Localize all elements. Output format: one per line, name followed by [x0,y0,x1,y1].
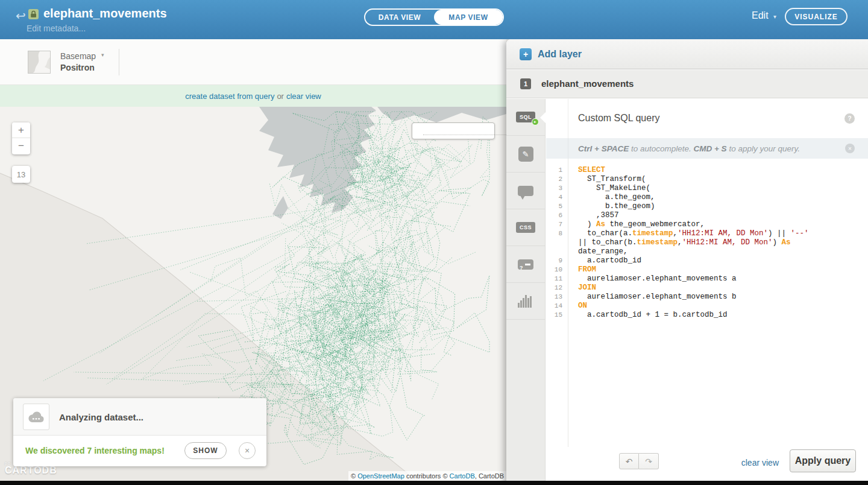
privacy-lock-icon[interactable] [28,9,39,19]
sql-code-editor[interactable]: 1SELECT2 ST_Transform(3 ST_MakeLine(4 a.… [546,159,868,447]
code-line: 15 a.cartodb_id + 1 = b.cartodb_id [546,311,868,320]
cartodb-logo-text: CARTODB [5,465,57,476]
bottom-timeline-strip [0,481,868,485]
code-line: 6 ,3857 [546,211,868,220]
sql-title-row: Custom SQL query ? [546,99,868,138]
paintbrush-icon: ✎ [518,147,533,162]
applied-query-bar: create dataset from query or clear view [0,85,506,107]
tab-histogram[interactable] [506,283,545,320]
clear-view-link[interactable]: clear view [741,458,779,468]
zoom-out-button[interactable]: − [12,138,30,154]
editor-hint-bar: Ctrl + SPACE to autocomplete. CMD + S to… [546,138,868,159]
filter-dash [525,264,530,265]
tab-infowindow[interactable] [506,173,545,209]
active-tab-notch [540,112,546,123]
code-line: 11 aureliamoser.elephant_movements a [546,274,868,284]
tab-css[interactable]: CSS [506,209,545,246]
code-line: 3 ST_MakeLine( [546,184,868,193]
layer-name: elephant_movements [541,78,634,89]
visualize-button[interactable]: VISUALIZE [785,8,848,25]
tab-sql[interactable]: SQL▸ [506,99,545,136]
map-search-box [412,122,495,139]
map-zoom-control: + − [12,122,30,154]
analysis-notification: Analyzing dataset... We discovered 7 int… [13,398,266,466]
lock-glyph [30,10,37,18]
cloud-icon [28,411,45,423]
notification-body: We discovered 7 interesting maps! SHOW × [13,436,266,466]
code-line: 9 a.cartodb_id [546,256,868,265]
sql-editor-panel: Custom SQL query ? Ctrl + SPACE to autoc… [546,99,868,481]
notification-header: Analyzing dataset... [13,398,266,436]
view-toggle: DATA VIEW MAP VIEW [364,8,504,26]
editor-footer: ↶ ↷ clear view Apply query [586,446,868,481]
chevron-down-icon: ▾ [773,13,776,20]
code-line: 7 ) As the_geom_webmercator, [546,220,868,229]
code-line: 1SELECT [546,166,868,175]
search-input[interactable] [423,127,509,135]
query-bar-separator: or [277,92,284,101]
tab-map-view[interactable]: MAP VIEW [434,10,503,25]
edit-metadata-link[interactable]: Edit metadata... [27,24,86,33]
show-button[interactable]: SHOW [184,442,227,459]
undo-button[interactable]: ↶ [619,453,639,469]
code-line: date_range, [546,247,868,256]
zoom-level-indicator: 13 [12,166,30,183]
code-line: 14ON [546,302,868,311]
add-layer-plus-icon[interactable]: + [520,48,532,60]
hint-text-2: to apply your query. [727,144,800,153]
cloud-icon-box [23,404,49,430]
basemap-thumb-image [28,51,50,73]
app-header: ↩ elephant_movements Edit metadata... DA… [0,0,868,39]
edit-menu-button[interactable]: Edit ▾ [752,10,776,21]
edit-menu-label: Edit [752,10,769,21]
speech-bubble-icon [518,186,533,196]
cartodb-link[interactable]: CartoDB [450,472,475,480]
hint-text-1: to autocomplete. [629,144,693,153]
layer-header[interactable]: 1 elephant_movements [506,70,868,98]
add-layer-row: + Add layer [506,39,868,69]
help-icon[interactable]: ? [844,113,855,124]
code-line: 10FROM [546,265,868,274]
sql-applied-indicator-icon: ▸ [532,118,539,125]
notification-close-icon[interactable]: × [239,442,256,459]
css-tab-icon: CSS [516,222,535,233]
zoom-in-button[interactable]: + [12,122,30,138]
basemap-thumbnail[interactable] [28,51,51,74]
filter-question-mark: ? [520,265,523,271]
redo-button[interactable]: ↷ [639,453,659,469]
section-title: Custom SQL query [578,113,659,124]
map-attribution: © OpenStreetMap contributors © CartoDB, … [348,471,506,481]
basemap-name: Positron [60,63,95,72]
hint-shortcut-2: CMD + S [693,144,726,153]
attribution-text: , CartoDB [475,472,504,480]
basemap-bar: Basemap Positron ▾ [0,39,506,85]
code-line: || to_char(b.timestamp,'HH12:MI AM, DD M… [546,238,868,247]
divider [119,49,119,75]
attribution-text: contributors © [404,472,450,480]
add-layer-button[interactable]: Add layer [538,49,582,60]
undo-redo-group: ↶ ↷ [619,453,659,469]
layer-panel: + Add layer 1 elephant_movements SQL▸ ✎ [506,39,868,485]
code-line: 12JOIN [546,284,868,293]
back-icon[interactable]: ↩ [16,8,26,23]
code-line: 4 a.the_geom, [546,193,868,202]
hint-shortcut-1: Ctrl + SPACE [578,144,629,153]
openstreetmap-link[interactable]: OpenStreetMap [357,472,404,480]
create-dataset-from-query-link[interactable]: create dataset from query [185,92,274,101]
code-line: 13 aureliamoser.elephant_movements b [546,293,868,302]
clear-view-link-map[interactable]: clear view [286,92,321,101]
tab-data-view[interactable]: DATA VIEW [365,10,434,25]
apply-query-button[interactable]: Apply query [790,449,856,472]
tab-wizard[interactable]: ✎ [506,136,545,173]
sql-tab-icon: SQL▸ [516,112,535,122]
attribution-text: © [351,472,357,480]
code-line: 2 ST_Transform( [546,175,868,184]
edit-toolstrip: SQL▸ ✎ CSS ? [506,99,546,481]
basemap-chevron-down-icon[interactable]: ▾ [101,52,104,58]
panel-body: SQL▸ ✎ CSS ? [506,99,868,481]
hint-close-icon[interactable]: × [845,144,855,153]
tab-filters[interactable]: ? [506,246,545,283]
sql-tab-label: SQL [520,114,532,120]
code-line: 5 b.the_geom) [546,202,868,211]
basemap-label: Basemap [60,51,96,61]
